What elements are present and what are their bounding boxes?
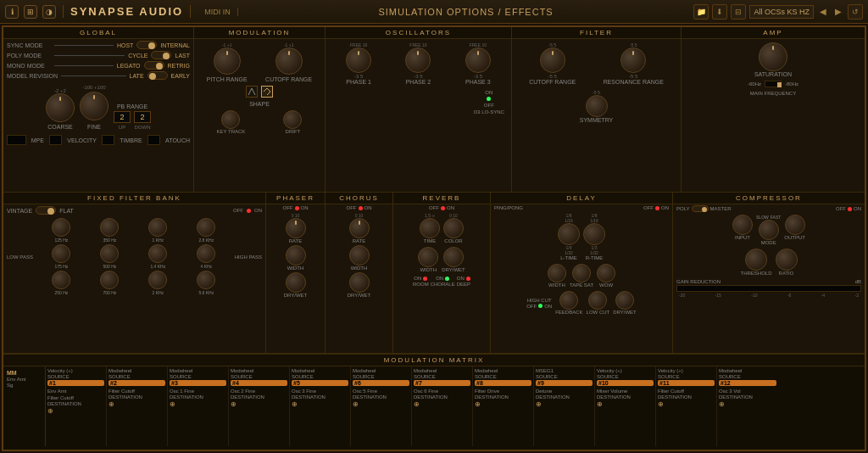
phaser-width-knob[interactable]: [286, 245, 306, 266]
comp-mode-knob[interactable]: [759, 220, 779, 240]
phaser-drywet-knob[interactable]: [286, 272, 306, 293]
next-arrow[interactable]: ▶: [832, 6, 844, 18]
pb-up-display[interactable]: 2: [114, 111, 131, 123]
refresh-icon[interactable]: ↺: [848, 4, 863, 20]
phase2-knob[interactable]: [405, 48, 431, 73]
ffb-knob-500hz[interactable]: 500 Hz: [86, 244, 133, 269]
chorus-width-knob[interactable]: [349, 245, 370, 266]
comp-led: [848, 207, 852, 211]
ffb-knob-5p6khz[interactable]: 5.6 KHz: [183, 271, 230, 295]
ffb-knob-175hz[interactable]: 175 Hz: [38, 244, 85, 269]
shape-btn-1[interactable]: [246, 86, 258, 98]
contrast-icon[interactable]: ◑: [42, 5, 56, 19]
ffb-knob-125hz[interactable]: 125 Hz: [38, 218, 85, 243]
comp-ratio-knob[interactable]: [776, 249, 798, 271]
fine-knob[interactable]: [80, 92, 108, 120]
low-pass-label: LOW PASS: [7, 254, 33, 260]
resonance-range-knob[interactable]: [620, 48, 646, 73]
model-late[interactable]: LATE: [130, 73, 144, 79]
delay-drywet-label: DRY/WET: [613, 310, 637, 315]
cutoff-range-knob[interactable]: [275, 48, 303, 75]
phaser-width-container: WIDTH: [286, 245, 306, 271]
delay-tapesat-knob[interactable]: [572, 264, 591, 282]
ffb-knob-700hz[interactable]: 700 Hz: [86, 271, 133, 295]
delay-wow-knob[interactable]: [597, 264, 615, 282]
delay-rtime-knob[interactable]: [583, 223, 605, 245]
reverb-width-knob[interactable]: [418, 247, 438, 267]
ch8-source-label: SOURCE: [475, 374, 531, 379]
sync-toggle[interactable]: [136, 41, 157, 49]
poly-mode-row: POLY MODE CYCLE LAST: [7, 51, 190, 59]
room-on-label: ON: [414, 276, 421, 281]
model-toggle[interactable]: [147, 71, 168, 80]
mod-channel-8: Modwheel SOURCE #8 Filter Drive DESTINAT…: [473, 366, 534, 446]
comp-mode-container: SLOW FAST MODE: [756, 215, 781, 245]
model-early[interactable]: EARLY: [171, 73, 190, 79]
cutoff-range-filter-knob[interactable]: [540, 48, 565, 73]
coarse-knob[interactable]: [46, 93, 75, 122]
ch7-source-label: SOURCE: [414, 374, 470, 379]
ch12-dest-label: DESTINATION: [719, 394, 776, 400]
reverb-color-knob[interactable]: [443, 218, 464, 238]
delay-drywet-knob[interactable]: [615, 291, 634, 310]
key-track-knob[interactable]: [221, 110, 240, 129]
ffb-knob-1p4khz[interactable]: 1.4 KHz: [135, 244, 181, 269]
ffb-knob-4khz[interactable]: 4 KHz: [183, 244, 230, 269]
delay-lowcut-knob[interactable]: [588, 291, 607, 310]
sync-internal[interactable]: INTERNAL: [160, 42, 190, 48]
ffb-knob-350hz[interactable]: 350 Hz: [86, 218, 133, 243]
ch12-source-label: SOURCE: [719, 374, 776, 379]
oscillators-panel: OSCILLATORS FREE 10 -3 5 PHASE 1 FREE 10…: [326, 27, 512, 192]
drift-knob[interactable]: [283, 110, 302, 129]
grid2-icon[interactable]: ⊟: [731, 4, 746, 20]
pitch-range-knob[interactable]: [214, 48, 241, 75]
prev-arrow[interactable]: ◀: [817, 6, 829, 18]
vintage-toggle[interactable]: [36, 206, 56, 215]
o3-losync-label[interactable]: O3 LO-SYNC: [474, 109, 504, 115]
comp-input-knob[interactable]: [732, 215, 753, 235]
ch10-source: Velocity (+): [597, 368, 654, 373]
modulation-title: MODULATION: [194, 27, 325, 39]
poly-toggle[interactable]: [151, 51, 171, 59]
ffb-knob-250hz[interactable]: 250 Hz: [38, 271, 85, 295]
mono-legato[interactable]: LEGATO: [117, 63, 141, 69]
delay-width-knob[interactable]: [548, 264, 566, 282]
ch7-dest-label: DESTINATION: [414, 394, 470, 400]
ffb-knob-2khz[interactable]: 2 KHz: [135, 271, 181, 295]
chorus-rate-container: 0 10 RATE: [349, 213, 370, 243]
comp-threshold-knob[interactable]: [745, 249, 767, 271]
info-icon[interactable]: ℹ: [5, 5, 19, 19]
reverb-time-knob[interactable]: [420, 218, 440, 238]
poly-last[interactable]: LAST: [175, 53, 190, 59]
phase1-knob[interactable]: [346, 48, 371, 73]
symmetry-knob[interactable]: [586, 95, 608, 117]
ffb-knob-2p8khz[interactable]: 2.8 KHz: [183, 218, 230, 243]
chorus-drywet-knob[interactable]: [349, 272, 370, 293]
sync-host[interactable]: HOST: [117, 42, 133, 48]
delay-feedback-knob[interactable]: [559, 291, 578, 310]
saturation-knob[interactable]: [759, 42, 787, 71]
shape-btn-2[interactable]: [261, 86, 273, 98]
room-led: [423, 277, 427, 281]
atouch-label: ATOUCH: [165, 137, 190, 143]
poly-cycle[interactable]: CYCLE: [128, 53, 147, 59]
mono-retrig[interactable]: RETRIG: [168, 63, 190, 69]
reverb-drywet-knob[interactable]: [443, 247, 464, 267]
ffb-knob-1khz[interactable]: 1 KHz: [135, 218, 181, 243]
ch2-arrow: ⊕: [108, 400, 165, 408]
folder-icon[interactable]: 📁: [693, 4, 709, 20]
delay-ltime-knob[interactable]: [558, 223, 580, 245]
ch6-source: Modwheel: [353, 368, 409, 373]
mm-label: MM: [7, 370, 42, 376]
phaser-rate-knob[interactable]: [286, 218, 306, 238]
chorus-rate-knob[interactable]: [349, 218, 370, 238]
download-icon[interactable]: ⬇: [712, 4, 727, 20]
ch2-dest-label: DESTINATION: [108, 394, 165, 400]
comp-poly-toggle[interactable]: [692, 205, 709, 212]
mono-toggle[interactable]: [144, 61, 164, 70]
comp-output-knob[interactable]: [785, 215, 805, 235]
phase3-knob[interactable]: [465, 48, 491, 73]
compressor-panel: COMPRESSOR POLY MASTER OFF ON INPUT: [673, 193, 865, 353]
grid-icon[interactable]: ⊞: [24, 5, 37, 19]
pb-down-display[interactable]: 2: [134, 111, 151, 123]
